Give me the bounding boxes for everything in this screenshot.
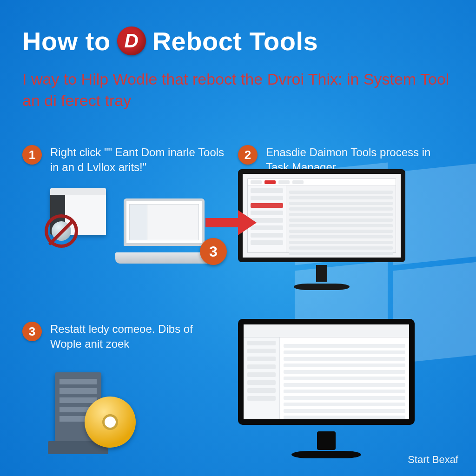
floating-3-badge: 3 bbox=[200, 238, 227, 265]
title-before: How to bbox=[22, 26, 111, 56]
step-1-text: Right click "" Eant Dom inarle Tools in … bbox=[50, 145, 227, 175]
step-1-badge: 1 bbox=[22, 145, 42, 165]
step-1-illustration bbox=[22, 185, 227, 273]
page-title: How to D Reboct Tools bbox=[22, 22, 454, 60]
step-3-text: Restatt ledy comeoe. Dibs of Wople anit … bbox=[50, 322, 227, 352]
prohibit-globe-icon bbox=[45, 214, 78, 248]
title-after: Reboct Tools bbox=[152, 26, 318, 56]
step-2-badge: 2 bbox=[238, 145, 258, 165]
d-logo-icon: D bbox=[117, 26, 146, 55]
step-3-badge: 3 bbox=[22, 322, 42, 341]
page-subtitle: I way to Hilp Wodle that reboct the Dvro… bbox=[22, 69, 454, 112]
monitor-taskmgr-icon bbox=[238, 169, 405, 290]
server-disc-icon bbox=[55, 362, 148, 455]
monitor-explorer-icon bbox=[238, 319, 415, 458]
arrow-right-icon bbox=[205, 210, 261, 235]
footer-label: Start Bexaf bbox=[408, 454, 458, 466]
laptop-icon bbox=[115, 198, 213, 264]
